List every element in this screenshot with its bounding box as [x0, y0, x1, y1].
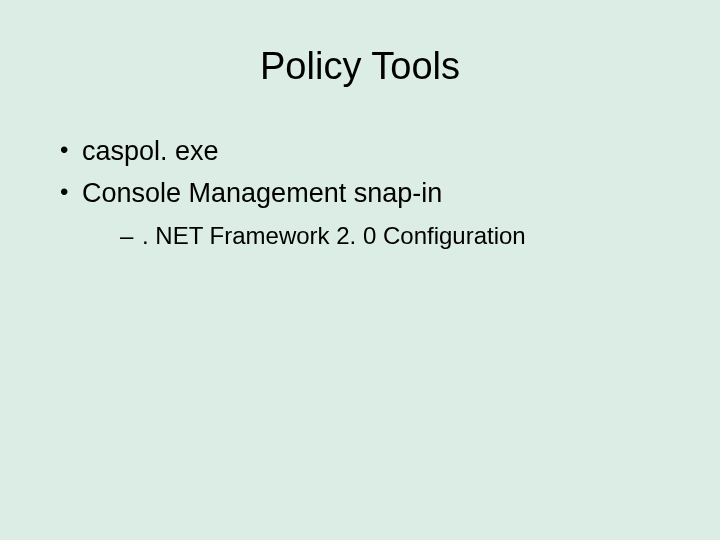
slide-container: Policy Tools caspol. exe Console Managem… — [0, 0, 720, 540]
bullet-text: Console Management snap-in — [82, 178, 442, 208]
bullet-text: caspol. exe — [82, 136, 219, 166]
sub-list: . NET Framework 2. 0 Configuration — [82, 219, 670, 253]
slide-title: Policy Tools — [50, 45, 670, 88]
bullet-item: Console Management snap-in . NET Framewo… — [60, 175, 670, 252]
bullet-item: caspol. exe — [60, 133, 670, 171]
sub-item-text: . NET Framework 2. 0 Configuration — [142, 222, 526, 249]
bullet-list: caspol. exe Console Management snap-in .… — [50, 133, 670, 252]
sub-item: . NET Framework 2. 0 Configuration — [120, 219, 670, 253]
